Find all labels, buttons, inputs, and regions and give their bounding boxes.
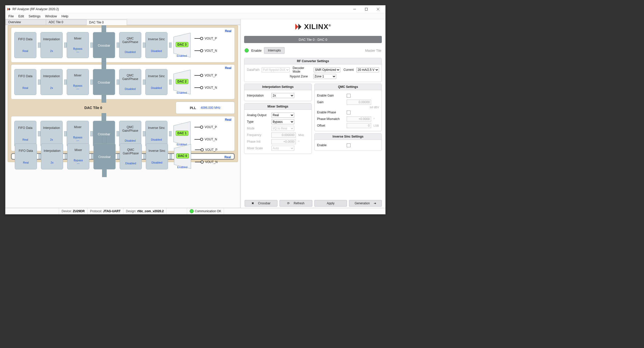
block-fifo-data[interactable]: FIFO DataReal	[15, 143, 37, 169]
block-interpolation[interactable]: Interpolation2x	[40, 32, 63, 58]
current-label: Current	[343, 68, 355, 72]
rf-converter-title: RF Converter Settings	[244, 58, 382, 64]
enable-phase-checkbox[interactable]	[347, 111, 351, 114]
mixer-freq-label: Frequency	[247, 133, 270, 137]
connector	[117, 131, 119, 136]
connector	[117, 79, 119, 85]
generation-button[interactable]: Generation ➔	[349, 200, 382, 207]
menu-settings[interactable]: Settings	[26, 14, 43, 19]
tab-dac-tile-0[interactable]: DAC Tile 0	[86, 20, 127, 25]
connector	[65, 154, 67, 159]
crossbar-button[interactable]: ✖ Crossbar	[245, 200, 277, 207]
connector	[91, 154, 93, 159]
block-mixer[interactable]: MixerBypass---	[67, 121, 89, 147]
block-mixer[interactable]: MixerBypass---	[67, 32, 89, 58]
enable-indicator-icon	[245, 48, 249, 52]
phase-mismatch-input	[347, 116, 371, 122]
block-crossbar[interactable]: Crossbar	[93, 143, 116, 169]
block-mixer[interactable]: MixerBypass---	[67, 143, 89, 169]
dac-row-dac-3[interactable]: RealFIFO DataRealInterpolation2xMixerByp…	[11, 28, 235, 62]
block-qmc-gain-phase[interactable]: QMC Gain/PhaseDisabled	[119, 121, 141, 147]
enable-gain-checkbox[interactable]	[347, 94, 351, 98]
maximize-button[interactable]	[360, 6, 372, 13]
output-vout_n: VOUT_N	[194, 138, 217, 141]
block-fifo-data[interactable]: FIFO DataReal	[14, 121, 36, 147]
invsinc-enable-label: Enable	[317, 143, 345, 147]
mixer-scale-select: Auto	[271, 146, 294, 151]
block-interpolation[interactable]: Interpolation2x	[40, 69, 63, 95]
menu-file[interactable]: File	[6, 14, 16, 19]
connector	[169, 43, 172, 48]
output-type-badge: Real	[225, 66, 231, 70]
mixer-type-select[interactable]: Bypass	[271, 119, 294, 124]
dac-block[interactable]: DAC 0Enabled	[174, 144, 193, 169]
datapath-select: Full Nyquist DUC	[262, 67, 290, 72]
phase-mismatch-label: Phase Mismatch	[317, 117, 345, 121]
tile-name: DAC Tile 0	[11, 106, 176, 110]
pll-block[interactable]: PLL4096.000 MHz	[176, 102, 235, 114]
xilinx-logo-icon	[295, 23, 302, 30]
dac-block[interactable]: DAC 1Enabled	[173, 121, 193, 146]
analog-output-select[interactable]: Real	[271, 113, 294, 118]
tab-overview[interactable]: Overview	[5, 19, 46, 25]
block-qmc-gain-phase[interactable]: QMC Gain/PhaseDisabled	[119, 32, 141, 58]
status-device-v: ZU29DR	[73, 209, 85, 213]
refresh-button[interactable]: ⟳ Refresh	[279, 200, 312, 207]
connector	[64, 79, 67, 85]
connector	[38, 43, 40, 48]
invsinc-enable-checkbox[interactable]	[347, 143, 351, 147]
enable-label: Enable	[251, 49, 261, 52]
qmc-group: QMC Settings Enable Gain Gain Inf dBV En…	[314, 84, 382, 131]
qmc-title: QMC Settings	[315, 84, 382, 90]
current-select[interactable]: 20 mA/2.5 V	[356, 67, 379, 72]
interpolation-select[interactable]: 2x	[271, 93, 294, 98]
block-mixer[interactable]: MixerBypass---	[67, 69, 89, 95]
output-type-badge: Real	[225, 155, 231, 159]
menu-edit[interactable]: Edit	[16, 14, 26, 19]
tab-adc-tile-0[interactable]: ADC Tile 0	[46, 19, 87, 25]
mixer-scale-label: Mixer Scale	[247, 146, 270, 150]
window-title: RF Analyzer (RF Analyzer 2020.2)	[12, 7, 349, 11]
nyquist-label: Nyquist Zone	[290, 75, 312, 78]
nyquist-select[interactable]: Zone 1	[313, 74, 336, 79]
offset-label: Offset	[317, 124, 345, 127]
block-inverse-sinc[interactable]: Inverse SincDisabled	[145, 32, 167, 58]
block-fifo-data[interactable]: FIFO DataReal	[14, 32, 36, 58]
menu-help[interactable]: Help	[60, 14, 71, 19]
block-inverse-sinc[interactable]: Inverse SincDisabled	[145, 69, 167, 95]
decoder-select[interactable]: SNR Optimized	[314, 67, 340, 72]
block-interpolation[interactable]: Interpolation2x	[40, 121, 63, 147]
outputs: VOUT_PVOUT_N	[194, 74, 217, 89]
datapath-label: DataPath	[247, 68, 260, 72]
output-vout_p: VOUT_P	[194, 125, 217, 129]
block-interpolation[interactable]: Interpolation2x	[41, 143, 63, 169]
block-qmc-gain-phase[interactable]: QMC Gain/PhaseDisabled	[119, 69, 141, 95]
gain-input	[347, 100, 371, 105]
titlebar: RF Analyzer (RF Analyzer 2020.2)	[5, 5, 385, 13]
block-crossbar[interactable]: Crossbar	[93, 69, 115, 95]
dac-row-dac-0[interactable]: RealFIFO DataRealInterpolation2xMixerByp…	[11, 153, 235, 160]
dac-row-dac-2[interactable]: RealFIFO DataRealInterpolation2xMixerByp…	[11, 64, 235, 99]
block-inverse-sinc[interactable]: Inverse SincDisabled	[146, 143, 168, 169]
status-comm: Communication OK	[195, 209, 221, 213]
tile-info-row: DAC Tile 0 PLL4096.000 MHz	[11, 101, 235, 114]
analog-output-label: Analog Output	[247, 113, 270, 117]
dac-block[interactable]: DAC 2Enabled	[173, 69, 193, 95]
block-crossbar[interactable]: Crossbar	[93, 32, 115, 58]
app-icon	[7, 7, 11, 11]
inverse-sinc-group: Inverse Sinc Settings Enable	[314, 133, 382, 151]
apply-button[interactable]: Apply	[314, 200, 347, 207]
gain-label: Gain	[317, 100, 345, 104]
status-proto-k: Protocol:	[90, 209, 102, 213]
connector	[170, 154, 172, 159]
dac-block[interactable]: DAC 3Enabled	[173, 32, 193, 58]
minimize-button[interactable]	[349, 6, 360, 13]
svg-rect-1	[365, 8, 368, 10]
block-inverse-sinc[interactable]: Inverse SincDisabled	[145, 121, 167, 147]
menu-window[interactable]: Window	[43, 14, 59, 19]
connector	[169, 79, 172, 85]
block-qmc-gain-phase[interactable]: QMC Gain/PhaseDisabled	[120, 143, 142, 169]
interrupts-button[interactable]: Interrupts	[264, 47, 285, 54]
close-button[interactable]	[372, 6, 384, 13]
block-fifo-data[interactable]: FIFO DataReal	[14, 69, 36, 95]
